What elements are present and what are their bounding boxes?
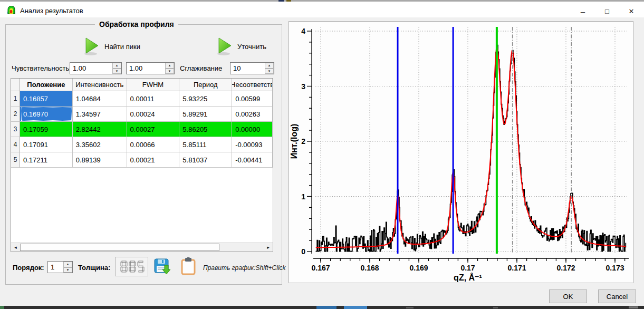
spinbox-value[interactable]: 1.00: [70, 63, 112, 74]
spinbox-value[interactable]: 1.00: [127, 63, 165, 74]
y-tick-label: 0: [301, 247, 305, 256]
table-cell[interactable]: 2.82442: [73, 122, 127, 137]
smoothing-spinbox[interactable]: 10▲▼: [230, 62, 274, 74]
table-header-row: ПоложениеИнтенсивностьFWHMПериодНесоотве…: [11, 79, 273, 91]
refine-label: Уточнить: [237, 43, 266, 51]
spin-up-icon[interactable]: ▲: [165, 63, 174, 69]
x-tick-label: 0.167: [311, 264, 330, 272]
maximize-button[interactable]: □: [595, 3, 619, 19]
scrollbar-thumb[interactable]: [20, 244, 219, 251]
peak-markers: [398, 27, 571, 254]
column-header-3[interactable]: FWHM: [127, 79, 180, 91]
table-cell[interactable]: 0.00599: [232, 91, 273, 107]
table-corner-cell: [11, 79, 20, 91]
spin-down-icon[interactable]: ▼: [265, 69, 274, 74]
spin-down-icon[interactable]: ▼: [63, 267, 72, 273]
series-fit: [316, 47, 626, 247]
column-header-1[interactable]: Положение: [20, 79, 73, 91]
table-cell[interactable]: 0.16857: [20, 91, 73, 107]
scroll-right-icon[interactable]: ▸: [264, 243, 273, 252]
ok-button[interactable]: OK: [549, 289, 587, 303]
table-cell[interactable]: 0.00011: [127, 91, 180, 107]
table-cell[interactable]: 0.00066: [127, 137, 180, 152]
order-spinbox[interactable]: 1▲▼: [47, 261, 73, 273]
close-button[interactable]: ✕: [619, 3, 643, 19]
table-cell[interactable]: -0.00441: [232, 152, 273, 168]
row-number-cell[interactable]: 2: [11, 107, 20, 122]
x-tick-label: 0.173: [605, 264, 624, 272]
minimize-button[interactable]: –: [571, 3, 595, 19]
table-cell[interactable]: 0.17211: [20, 152, 73, 168]
spinbox-value[interactable]: 1: [48, 262, 63, 273]
row-number-cell[interactable]: 4: [11, 137, 20, 152]
table-cell[interactable]: 0.17059: [20, 122, 73, 137]
grid: [315, 27, 627, 254]
table-cell[interactable]: 1.34597: [73, 107, 127, 122]
peaks-table: ПоложениеИнтенсивностьFWHMПериодНесоотве…: [11, 78, 273, 252]
table-row: 10.168571.046840.000115.932250.00599: [11, 91, 273, 107]
thickness-label: Толщина:: [78, 264, 110, 272]
table-cell[interactable]: 0.00021: [127, 152, 180, 168]
column-header-2[interactable]: Интенсивность: [73, 79, 127, 91]
find-peaks-button[interactable]: Найти пики: [82, 37, 140, 56]
table-cell[interactable]: 5.89291: [179, 107, 232, 122]
table-cell[interactable]: 5.81037: [179, 152, 232, 168]
spinbox-value[interactable]: 10: [230, 63, 265, 74]
sensitivity-spinbox-1[interactable]: 1.00▲▼: [70, 62, 122, 74]
series-measured: [316, 45, 626, 252]
app-icon: [7, 5, 16, 14]
table-cell[interactable]: 5.93225: [179, 91, 232, 107]
screen: Анализ результатов – □ ✕ Обработка профи…: [0, 0, 644, 309]
row-number-cell[interactable]: 3: [11, 122, 20, 137]
table-cell[interactable]: 5.85111: [179, 137, 232, 152]
spin-up-icon[interactable]: ▲: [63, 262, 72, 267]
save-icon[interactable]: [153, 258, 170, 275]
scrollbar-track[interactable]: [20, 243, 264, 252]
chart-panel: 01234Инт.(log)0.1670.1680.1690.170.1710.…: [289, 21, 633, 283]
table-cell[interactable]: 5.86205: [179, 122, 232, 137]
window-title: Анализ результатов: [20, 7, 83, 15]
row-number-cell[interactable]: 1: [11, 91, 20, 107]
table-cell[interactable]: 0.16970: [20, 107, 73, 122]
x-tick-label: 0.171: [507, 264, 526, 272]
table-cell[interactable]: 0.00000: [232, 122, 273, 137]
spin-down-icon[interactable]: ▼: [165, 69, 174, 74]
title-bar: Анализ результатов – □ ✕: [0, 2, 644, 17]
spin-up-icon[interactable]: ▲: [112, 63, 121, 69]
taskbar-artifact: [344, 306, 367, 309]
table-cell[interactable]: 0.89139: [73, 152, 127, 168]
clipboard-icon[interactable]: [180, 257, 197, 275]
groupbox-title: Обработка профиля: [95, 20, 178, 28]
row-number-cell[interactable]: 5: [11, 152, 20, 168]
seven-segment-display: [116, 257, 148, 276]
table-cell[interactable]: 0.00263: [232, 107, 273, 122]
table-cell[interactable]: 1.04684: [73, 91, 127, 107]
y-tick-label: 1: [301, 192, 305, 201]
play-icon: [215, 37, 233, 56]
cancel-button[interactable]: Cancel: [598, 289, 636, 303]
scroll-left-icon[interactable]: ◂: [11, 243, 20, 252]
column-header-4[interactable]: Период: [179, 79, 232, 91]
taskbar-strip: [0, 306, 644, 309]
y-axis-title: Инт.(log): [290, 124, 299, 159]
x-tick-label: 0.172: [556, 264, 575, 272]
table-cell[interactable]: 0.00024: [127, 107, 180, 122]
horizontal-scrollbar[interactable]: ◂▸: [11, 243, 273, 252]
profile-chart[interactable]: 01234Инт.(log)0.1670.1680.1690.170.1710.…: [289, 22, 633, 283]
x-tick-label: 0.17: [460, 264, 475, 272]
table-cell[interactable]: 0.17091: [20, 137, 73, 152]
play-icon: [82, 37, 100, 56]
table-cell[interactable]: 0.00027: [127, 122, 180, 137]
table-cell[interactable]: -0.00093: [232, 137, 273, 152]
y-tick-label: 4: [301, 27, 305, 35]
find-peaks-label: Найти пики: [104, 43, 140, 51]
refine-button[interactable]: Уточнить: [215, 37, 266, 56]
x-tick-label: 0.169: [409, 264, 428, 272]
spin-up-icon[interactable]: ▲: [265, 63, 274, 69]
spin-down-icon[interactable]: ▼: [112, 69, 121, 74]
table-row: 30.170592.824420.000275.862050.00000: [11, 122, 273, 137]
table-row: 40.170913.356020.000665.85111-0.00093: [11, 137, 273, 152]
table-cell[interactable]: 3.35602: [73, 137, 127, 152]
column-header-5[interactable]: Несоответств: [232, 79, 273, 91]
sensitivity-spinbox-2[interactable]: 1.00▲▼: [126, 62, 175, 74]
